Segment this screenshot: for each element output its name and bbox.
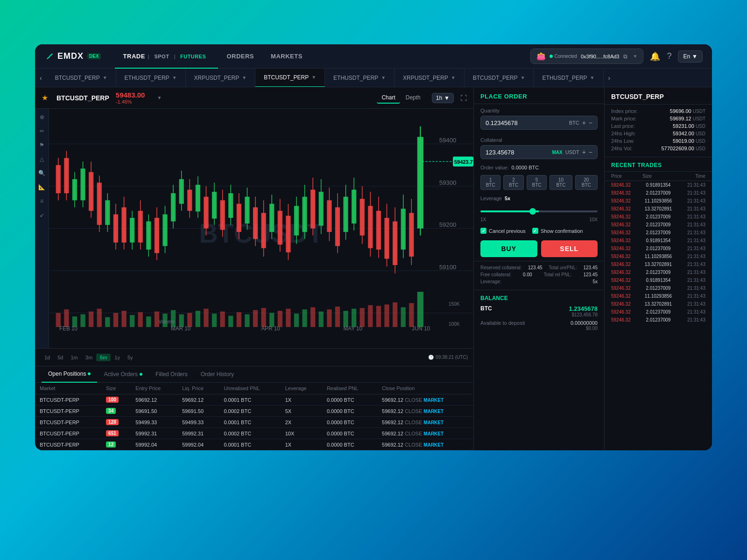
fullscreen-button[interactable]: ⛶	[460, 94, 467, 102]
ticker-prev-button[interactable]: ‹	[35, 74, 47, 82]
ticker-next-button[interactable]: ›	[604, 74, 615, 82]
crosshair-tool[interactable]: ⊕	[37, 112, 47, 122]
ticker-xrpusdt-2[interactable]: XRPUSDT_PERP▼	[395, 69, 465, 87]
trade-row: 59246.32 11.10293856 21:31:43	[605, 292, 712, 300]
nav-orders[interactable]: ORDERS	[218, 44, 262, 69]
ticker-btcusdt-2-active[interactable]: BTCUSDT_PERP▼	[255, 69, 325, 87]
ticker-btcusdt-3[interactable]: BTCUSDT_PERP▼	[465, 69, 534, 87]
favorite-star-icon[interactable]: ★	[42, 93, 48, 102]
help-button[interactable]: ?	[667, 51, 671, 61]
quantity-minus-button[interactable]: −	[589, 119, 592, 126]
close-button[interactable]: CLOSE	[405, 408, 422, 414]
nav-trade[interactable]: TRADE | SPOT | FUTURES	[115, 44, 218, 69]
tf-1m[interactable]: 1m	[67, 354, 82, 361]
tf-1y[interactable]: 1y	[111, 354, 124, 361]
nav-spot[interactable]: SPOT	[150, 44, 173, 69]
ticker-ethusdt-1[interactable]: ETHUSDT_PERP▼	[116, 69, 186, 87]
chart-tab-chart[interactable]: Chart	[377, 92, 400, 104]
close-market-button[interactable]: MARKET	[423, 398, 444, 403]
close-market-button[interactable]: MARKET	[423, 431, 444, 436]
wallet-button[interactable]: 👛 Connected 0x3f90.....fc8Ad3 ⧉ ▼	[530, 49, 644, 64]
tf-6m[interactable]: 6m	[96, 354, 111, 361]
settings-tool[interactable]: ≡	[37, 196, 47, 206]
svg-rect-143	[384, 304, 389, 327]
tab-active-orders[interactable]: Active Orders	[97, 366, 149, 383]
close-market-button[interactable]: MARKET	[423, 442, 444, 448]
table-row: BTCUSDT-PERP 100 59692.12 59692.12 0.000…	[35, 394, 473, 406]
svg-rect-141	[368, 305, 373, 327]
notifications-button[interactable]: 🔔	[650, 51, 660, 62]
svg-text:MAR 10: MAR 10	[171, 325, 191, 332]
close-button[interactable]: CLOSE	[405, 420, 422, 425]
flag-tool[interactable]: ⚑	[37, 140, 47, 150]
svg-rect-147	[417, 292, 423, 327]
nav-futures[interactable]: FUTURES	[176, 44, 210, 69]
close-market-button[interactable]: MARKET	[423, 420, 444, 425]
svg-text:150K: 150K	[449, 301, 460, 307]
ticker-btcusdt-1[interactable]: BTCUSDT_PERP▼	[47, 69, 116, 87]
triangle-tool[interactable]: △	[37, 154, 47, 164]
svg-rect-135	[319, 312, 324, 327]
logo-text: EMDX	[57, 51, 84, 61]
tf-5d[interactable]: 5d	[54, 354, 67, 361]
close-button[interactable]: CLOSE	[405, 397, 422, 403]
table-row: BTCUSDT-PERP 34 59691.50 59691.50 0.0002…	[35, 406, 473, 417]
buy-button[interactable]: BUY	[480, 240, 537, 257]
svg-text:FEB 10: FEB 10	[59, 325, 78, 332]
trade-row: 59246.32 0.91891354 21:31:43	[605, 181, 712, 189]
show-confirmation-checkbox[interactable]: ✓ Show confirmation	[532, 228, 583, 234]
symbol-dropdown-icon[interactable]: ▼	[157, 95, 162, 100]
leverage-slider[interactable]	[480, 210, 598, 212]
tab-filled-orders[interactable]: Filled Orders	[149, 366, 194, 383]
show-confirm-check-box: ✓	[532, 228, 538, 234]
preset-10btc[interactable]: 10 BTC	[550, 175, 572, 190]
cancel-previous-checkbox[interactable]: ✓ Cancel previous	[480, 228, 526, 234]
btc-presets: 1 BTC 2 BTC 5 BTC 10 BTC 20 BTC	[474, 172, 604, 193]
place-order-title: PLACE ORDER	[480, 93, 598, 100]
tf-5y[interactable]: 5y	[124, 354, 137, 361]
close-market-button[interactable]: MARKET	[423, 409, 444, 414]
more-tool[interactable]: ↙	[37, 210, 47, 220]
collateral-input[interactable]	[486, 149, 549, 156]
collateral-minus-button[interactable]: −	[589, 148, 592, 156]
draw-tool[interactable]: ✏	[37, 126, 47, 136]
timeframe-selector[interactable]: 1h ▼	[432, 93, 454, 103]
ticker-ethusdt-2[interactable]: ETHUSDT_PERP▼	[325, 69, 395, 87]
size-badge: 128	[106, 419, 119, 425]
sell-button[interactable]: SELL	[541, 240, 598, 257]
tf-1d[interactable]: 1d	[41, 354, 54, 361]
tf-3m[interactable]: 3m	[82, 354, 96, 361]
trade-row: 59246.32 2.01237009 21:31:43	[605, 245, 712, 252]
tab-open-positions[interactable]: Open Positions	[42, 366, 97, 383]
svg-rect-124	[228, 316, 233, 327]
language-button[interactable]: En ▼	[678, 50, 703, 63]
nav-markets[interactable]: MARKETS	[262, 44, 311, 69]
close-button[interactable]: CLOSE	[405, 442, 422, 448]
svg-rect-112	[130, 315, 134, 327]
ticker-xrpusdt-1[interactable]: XRPUSDT_PERP▼	[186, 69, 256, 87]
tab-order-history[interactable]: Order History	[194, 366, 240, 383]
quantity-plus-button[interactable]: +	[582, 119, 586, 126]
close-button[interactable]: CLOSE	[405, 431, 422, 436]
ticker-dropdown-icon-5: ▼	[381, 75, 386, 80]
preset-2btc[interactable]: 2 BTC	[503, 175, 523, 190]
quantity-input[interactable]	[486, 119, 566, 126]
max-button[interactable]: MAX	[552, 150, 562, 155]
ticker-ethusdt-3[interactable]: ETHUSDT_PERP▼	[534, 69, 604, 87]
measure-tool[interactable]: 📐	[37, 182, 47, 192]
info-price-row: Mark price: 59699.12 USDT	[611, 116, 705, 121]
zoom-tool[interactable]: 🔍	[37, 168, 47, 178]
preset-1btc[interactable]: 1 BTC	[480, 175, 500, 190]
collateral-plus-button[interactable]: +	[582, 148, 586, 156]
preset-5btc[interactable]: 5 BTC	[527, 175, 547, 190]
svg-rect-139	[352, 309, 356, 327]
info-panel: BTCUSDT_PERP Index price: 59696.00 USDT …	[605, 87, 712, 450]
preset-20btc[interactable]: 20 BTC	[575, 175, 598, 190]
chart-tab-depth[interactable]: Depth	[401, 92, 425, 104]
copy-icon[interactable]: ⧉	[623, 53, 627, 60]
table-row: BTCUSDT-PERP 128 59499.33 59499.33 0.000…	[35, 417, 473, 428]
info-price-row: Last price: 59231.00 USD	[611, 123, 705, 129]
order-panel-header: PLACE ORDER	[474, 87, 604, 104]
svg-rect-134	[310, 307, 315, 327]
wallet-dropdown-icon[interactable]: ▼	[633, 54, 638, 59]
